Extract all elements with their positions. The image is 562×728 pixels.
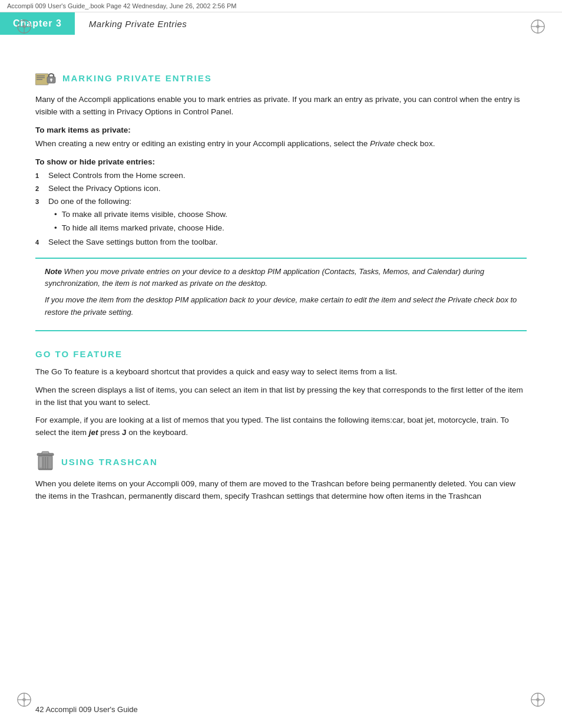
page-number: 42 bbox=[35, 705, 44, 714]
list-item: 4 Select the Save settings button from t… bbox=[35, 236, 527, 248]
trashcan-title: USING TRASHCAN bbox=[61, 457, 158, 467]
lock-memo-icon bbox=[35, 69, 58, 87]
reg-mark-bottom-right bbox=[530, 692, 546, 709]
go-to-feature-title: GO TO FEATURE bbox=[35, 349, 123, 359]
trashcan-icon bbox=[35, 451, 55, 472]
print-bar-text: Accompli 009 User's Guide_.book Page 42 … bbox=[7, 2, 236, 9]
trashcan-body: When you delete items on your Accompli 0… bbox=[35, 478, 527, 503]
main-content: MARKING PRIVATE ENTRIES Many of the Acco… bbox=[0, 35, 562, 526]
marking-private-heading: MARKING PRIVATE ENTRIES bbox=[35, 69, 527, 87]
svg-rect-5 bbox=[37, 75, 45, 77]
note-paragraph-1: Note When you move private entries on yo… bbox=[45, 266, 517, 289]
go-to-para3-bold1: jet bbox=[89, 428, 98, 437]
step-num: 3 bbox=[35, 196, 48, 207]
trashcan-section: USING TRASHCAN When you delete items on … bbox=[35, 451, 527, 503]
list-item: To hide all items marked private, choose… bbox=[54, 222, 527, 234]
list-item: 1 Select Controls from the Home screen. bbox=[35, 170, 527, 182]
note-paragraph-2: If you move the item from the desktop PI… bbox=[45, 294, 517, 318]
marking-private-intro: Many of the Accompli applications enable… bbox=[35, 94, 527, 118]
go-to-feature-heading: GO TO FEATURE bbox=[35, 349, 527, 359]
svg-rect-7 bbox=[37, 79, 42, 80]
go-to-para3-suffix: on the keyboard. bbox=[127, 428, 188, 437]
go-to-para3-bold2: J bbox=[122, 428, 127, 437]
steps-list-cont: 4 Select the Save settings button from t… bbox=[35, 236, 527, 248]
privacy-icon bbox=[35, 69, 58, 87]
list-item: 2 Select the Privacy Options icon. bbox=[35, 183, 527, 195]
note-text-2: If you move the item from the desktop PI… bbox=[45, 295, 517, 316]
svg-rect-12 bbox=[42, 452, 49, 454]
list-item: To make all private items visible, choos… bbox=[54, 209, 527, 220]
show-hide-block: To show or hide private entries: 1 Selec… bbox=[35, 156, 527, 248]
go-to-para3-mid: press bbox=[98, 428, 123, 437]
reg-mark-bottom-left bbox=[16, 692, 32, 709]
sub-bullet-list: To make all private items visible, choos… bbox=[54, 209, 527, 234]
chapter-label: Chapter 3 bbox=[0, 12, 75, 35]
guide-name: Accompli 009 User's Guide bbox=[45, 705, 137, 714]
step-text: Select the Privacy Options icon. bbox=[48, 183, 161, 195]
step-num: 1 bbox=[35, 170, 48, 182]
footer: 42 Accompli 009 User's Guide bbox=[35, 705, 138, 714]
list-item: 3 Do one of the following: bbox=[35, 196, 527, 207]
note-box: Note When you move private entries on yo… bbox=[35, 258, 527, 331]
go-to-para3: For example, if you are looking at a lis… bbox=[35, 414, 527, 439]
note-text-1: When you move private entries on your de… bbox=[45, 267, 484, 288]
step-num: 2 bbox=[35, 183, 48, 195]
step-text: Select the Save settings button from the… bbox=[48, 236, 217, 248]
svg-rect-6 bbox=[37, 77, 45, 78]
mark-items-block: To mark items as private: When creating … bbox=[35, 124, 527, 150]
chapter-header: Chapter 3 Marking Private Entries bbox=[0, 12, 562, 35]
step-num: 4 bbox=[35, 236, 48, 248]
trashcan-heading: USING TRASHCAN bbox=[35, 451, 527, 472]
go-to-para1: The Go To feature is a keyboard shortcut… bbox=[35, 366, 527, 378]
mark-items-label: To mark items as private: bbox=[35, 124, 527, 137]
steps-list: 1 Select Controls from the Home screen. … bbox=[35, 170, 527, 208]
svg-rect-14 bbox=[39, 457, 42, 467]
print-bar: Accompli 009 User's Guide_.book Page 42 … bbox=[0, 0, 562, 12]
go-to-para2: When the screen displays a list of items… bbox=[35, 384, 527, 409]
step-text: Select Controls from the Home screen. bbox=[48, 170, 186, 182]
trashcan-svg bbox=[35, 451, 55, 472]
marking-private-title: MARKING PRIVATE ENTRIES bbox=[62, 73, 212, 83]
svg-rect-18 bbox=[38, 469, 52, 470]
mark-items-text: When creating a new entry or editing an … bbox=[35, 139, 435, 148]
reg-mark-top-left bbox=[16, 19, 32, 36]
note-label: Note bbox=[45, 267, 64, 276]
svg-rect-10 bbox=[51, 80, 52, 82]
step-text: Do one of the following: bbox=[48, 196, 131, 207]
reg-mark-top-right bbox=[530, 19, 546, 36]
chapter-title: Marking Private Entries bbox=[75, 19, 187, 29]
show-hide-label: To show or hide private entries: bbox=[35, 156, 527, 169]
